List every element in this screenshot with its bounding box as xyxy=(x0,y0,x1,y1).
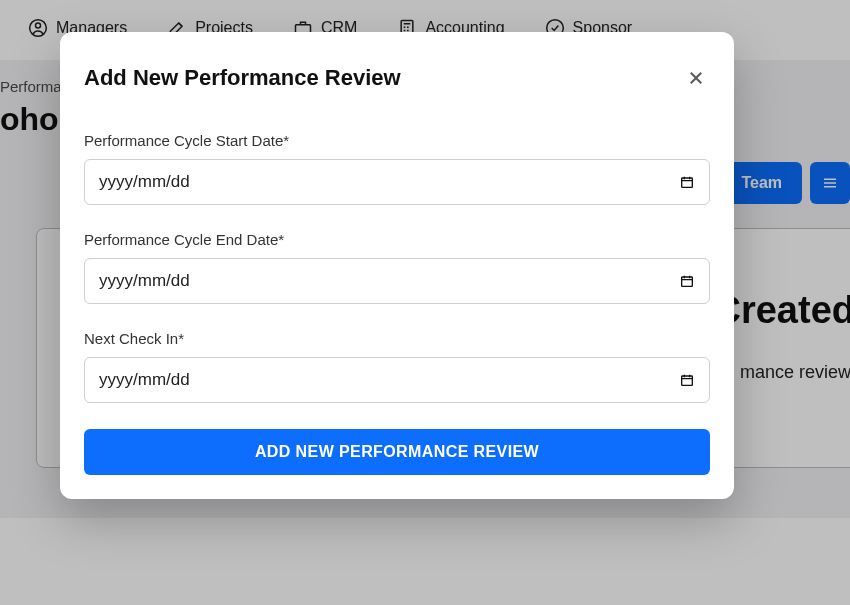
checkin-date-input[interactable]: yyyy/mm/dd xyxy=(84,357,710,403)
svg-rect-7 xyxy=(682,178,693,187)
submit-button[interactable]: Add New Performance Review xyxy=(84,429,710,475)
calendar-icon xyxy=(679,372,695,388)
input-placeholder: yyyy/mm/dd xyxy=(99,370,190,390)
checkin-date-label: Next Check In* xyxy=(84,330,710,347)
svg-rect-9 xyxy=(682,376,693,385)
svg-rect-8 xyxy=(682,277,693,286)
input-placeholder: yyyy/mm/dd xyxy=(99,172,190,192)
calendar-icon xyxy=(679,174,695,190)
start-date-label: Performance Cycle Start Date* xyxy=(84,132,710,149)
add-review-modal: Add New Performance Review Performance C… xyxy=(60,32,734,499)
end-date-label: Performance Cycle End Date* xyxy=(84,231,710,248)
close-icon xyxy=(687,69,705,87)
end-date-input[interactable]: yyyy/mm/dd xyxy=(84,258,710,304)
input-placeholder: yyyy/mm/dd xyxy=(99,271,190,291)
modal-title: Add New Performance Review xyxy=(84,65,401,91)
close-button[interactable] xyxy=(682,64,710,92)
start-date-input[interactable]: yyyy/mm/dd xyxy=(84,159,710,205)
calendar-icon xyxy=(679,273,695,289)
